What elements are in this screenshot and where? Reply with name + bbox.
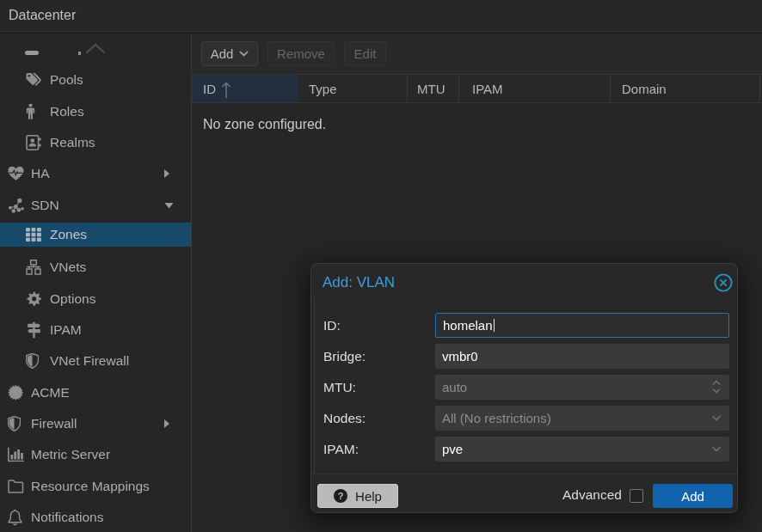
svg-text:?: ? (338, 491, 344, 501)
